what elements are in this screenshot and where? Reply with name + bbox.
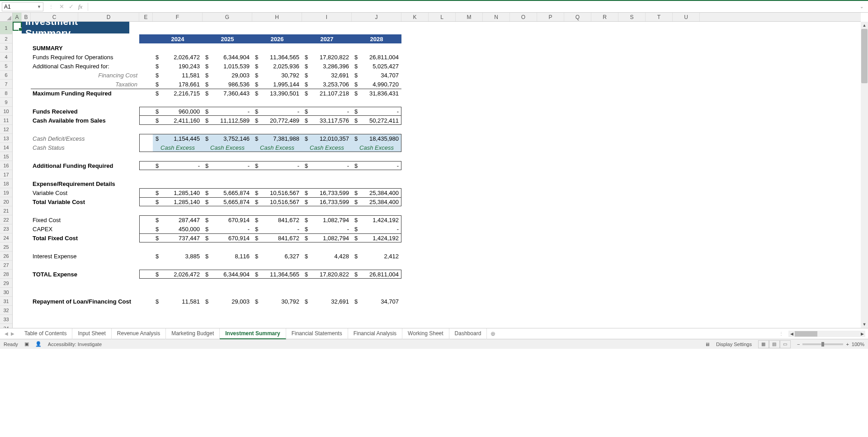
label-add-cash[interactable]: Additional Cash Required for: — [31, 62, 139, 71]
vertical-scrollbar[interactable]: ▲ ▼ — [861, 22, 868, 328]
cash-status-2026[interactable]: Cash Excess — [252, 143, 302, 152]
label-fixed-cost[interactable]: Fixed Cost — [31, 215, 139, 224]
row-header-33[interactable]: 33 — [0, 315, 12, 324]
cell-funds-received-2026[interactable]: $- — [252, 107, 302, 116]
label-cash-sales[interactable]: Cash Available from Sales — [31, 116, 139, 125]
select-all-corner[interactable] — [0, 13, 13, 22]
name-box[interactable]: A1 ▼ — [2, 2, 43, 11]
cell-fixed-cost-2025[interactable]: $670,914 — [203, 215, 252, 224]
cell-cash-sales-2027[interactable]: $33,117,576 — [302, 116, 352, 125]
col-header-P[interactable]: P — [537, 13, 564, 21]
col-header-K[interactable]: K — [401, 13, 429, 21]
scroll-up-icon[interactable]: ▲ — [861, 22, 868, 29]
cell-fin-cost-2028[interactable]: $34,707 — [352, 71, 401, 80]
row-header-13[interactable]: 13 — [0, 134, 12, 143]
cell-fin-cost-2027[interactable]: $32,691 — [302, 71, 352, 80]
tab-financial-analysis[interactable]: Financial Analysis — [348, 328, 402, 339]
label-max-funding[interactable]: Maximum Funding Required — [31, 89, 139, 98]
row-header-6[interactable]: 6 — [0, 71, 12, 80]
cell-funds-received-2028[interactable]: $- — [352, 107, 401, 116]
tab-input-sheet[interactable]: Input Sheet — [72, 328, 111, 339]
cell-add-funding-2025[interactable]: $- — [203, 161, 252, 170]
year-header-2024[interactable]: 2024 — [153, 34, 203, 43]
cell-var-cost-2028[interactable]: $25,384,400 — [352, 188, 401, 197]
year-header-2025[interactable]: 2025 — [203, 34, 252, 43]
row-header-22[interactable]: 22 — [0, 215, 12, 224]
column-headers[interactable]: ABCDEFGHIJKLMNOPQRSTU — [13, 13, 861, 22]
cell-funds-ops-2027[interactable]: $17,820,822 — [302, 52, 352, 62]
cell-fixed-cost-2028[interactable]: $1,424,192 — [352, 215, 401, 224]
zoom-in-button[interactable]: + — [846, 342, 849, 347]
cell-capex-2025[interactable]: $- — [203, 224, 252, 233]
cell-cash-de-2027[interactable]: $12,010,357 — [302, 134, 352, 143]
view-page-layout-icon[interactable]: ▤ — [769, 340, 780, 348]
label-funds-received[interactable]: Funds Received — [31, 107, 139, 116]
row-header-20[interactable]: 20 — [0, 197, 12, 206]
accessibility-status[interactable]: Accessibility: Investigate — [48, 342, 102, 347]
row-header-26[interactable]: 26 — [0, 252, 12, 261]
cell-tot-fixed-2028[interactable]: $1,424,192 — [352, 233, 401, 242]
col-header-R[interactable]: R — [591, 13, 618, 21]
zoom-slider[interactable] — [802, 343, 843, 345]
spreadsheet-grid[interactable]: ABCDEFGHIJKLMNOPQRSTU 123456789101112131… — [0, 13, 868, 328]
label-financing-cost[interactable]: Financing Cost — [78, 71, 139, 80]
cell-tot-exp-2027[interactable]: $17,820,822 — [302, 270, 352, 279]
row-header-18[interactable]: 18 — [0, 179, 12, 188]
col-header-T[interactable]: T — [646, 13, 673, 21]
cell-taxation-2027[interactable]: $3,253,706 — [302, 80, 352, 89]
row-header-12[interactable]: 12 — [0, 125, 12, 134]
scroll-right-icon[interactable]: ▶ — [859, 332, 865, 336]
tab-nav-prev-icon[interactable]: ◀ — [5, 331, 8, 336]
cell-cash-sales-2028[interactable]: $50,272,411 — [352, 116, 401, 125]
cell-var-cost-2025[interactable]: $5,665,874 — [203, 188, 252, 197]
col-header-E[interactable]: E — [139, 13, 153, 21]
cell-repay-2025[interactable]: $29,003 — [203, 297, 252, 306]
col-header-J[interactable]: J — [352, 13, 401, 21]
chevron-down-icon[interactable]: ▼ — [37, 5, 41, 9]
cell-funds-received-2025[interactable]: $- — [203, 107, 252, 116]
tab-nav-next-icon[interactable]: ▶ — [11, 331, 14, 336]
cells-area[interactable]: Investment Summary20242025202620272028SU… — [13, 22, 861, 328]
cell-funds-received-2027[interactable]: $- — [302, 107, 352, 116]
cell-repay-2026[interactable]: $30,792 — [252, 297, 302, 306]
cell-tot-exp-2028[interactable]: $26,811,004 — [352, 270, 401, 279]
year-header-2027[interactable]: 2027 — [302, 34, 352, 43]
cell-funds-ops-2028[interactable]: $26,811,004 — [352, 52, 401, 62]
label-var-cost[interactable]: Variable Cost — [31, 188, 139, 197]
cell-taxation-2025[interactable]: $986,536 — [203, 80, 252, 89]
row-header-23[interactable]: 23 — [0, 224, 12, 233]
cell-add-cash-2024[interactable]: $190,243 — [153, 62, 203, 71]
formula-input[interactable] — [88, 3, 854, 11]
cell-cash-sales-2025[interactable]: $11,112,589 — [203, 116, 252, 125]
cell-tot-exp-2025[interactable]: $6,344,904 — [203, 270, 252, 279]
row-header-2[interactable]: 2 — [0, 34, 12, 43]
col-header-M[interactable]: M — [456, 13, 483, 21]
label-funds-ops[interactable]: Funds Required for Operations — [31, 52, 139, 62]
cell-taxation-2024[interactable]: $178,661 — [153, 80, 203, 89]
label-taxation[interactable]: Taxation — [78, 80, 139, 89]
scroll-down-icon[interactable]: ▼ — [861, 321, 868, 328]
label-int-exp[interactable]: Interest Expense — [31, 252, 139, 261]
year-header-stub[interactable] — [139, 34, 153, 43]
zoom-level[interactable]: 100% — [852, 342, 864, 347]
col-header-D[interactable]: D — [78, 13, 139, 21]
cell-cash-de-2024[interactable]: $1,154,445 — [153, 134, 203, 143]
cell-add-cash-2027[interactable]: $3,286,396 — [302, 62, 352, 71]
cell-tot-fixed-2027[interactable]: $1,082,794 — [302, 233, 352, 242]
cell-repay-2024[interactable]: $11,581 — [153, 297, 203, 306]
cell-funds-received-2024[interactable]: $960,000 — [153, 107, 203, 116]
label-exp-details[interactable]: Expense/Requirement Details — [31, 179, 139, 188]
row-header-3[interactable]: 3 — [0, 43, 12, 52]
cell-funds-ops-2026[interactable]: $11,364,565 — [252, 52, 302, 62]
cash-status-2025[interactable]: Cash Excess — [203, 143, 252, 152]
cell-max-funding-2028[interactable]: $31,836,431 — [352, 89, 401, 98]
row-header-11[interactable]: 11 — [0, 116, 12, 125]
cell-int-exp-2025[interactable]: $8,116 — [203, 252, 252, 261]
tab-investment-summary[interactable]: Investment Summary — [220, 328, 286, 339]
cell-add-funding-2027[interactable]: $- — [302, 161, 352, 170]
cell-int-exp-2026[interactable]: $6,327 — [252, 252, 302, 261]
cell-cash-de-2028[interactable]: $18,435,980 — [352, 134, 401, 143]
cell-fin-cost-2026[interactable]: $30,792 — [252, 71, 302, 80]
cell-fixed-cost-2024[interactable]: $287,447 — [153, 215, 203, 224]
display-settings-icon[interactable]: 🖥 — [705, 342, 710, 347]
